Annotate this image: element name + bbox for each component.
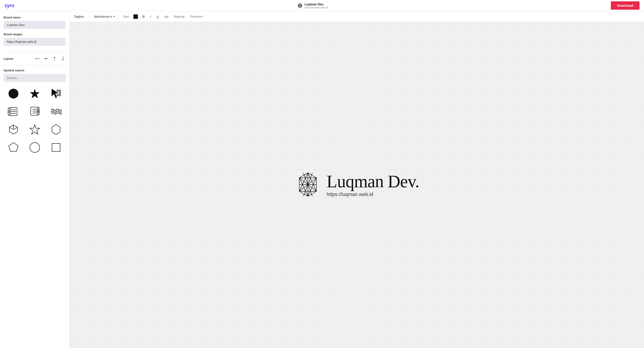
layout-center-icon[interactable] xyxy=(43,56,49,61)
layout-row: Layout xyxy=(4,56,66,61)
sidebar: Brand name Brand slogan Layout xyxy=(0,11,70,348)
download-button[interactable]: Download xyxy=(611,1,640,10)
main-layout: Brand name Brand slogan Layout xyxy=(0,11,644,348)
symbol-search-input[interactable] xyxy=(4,74,66,82)
italic-button[interactable]: I xyxy=(149,14,152,19)
svg-line-46 xyxy=(308,173,316,191)
font-select-wrapper: Montserrat ▾ xyxy=(93,15,115,19)
svg-point-15 xyxy=(62,59,64,60)
svg-line-47 xyxy=(299,173,308,191)
center-brand-name: Luqman Dev. xyxy=(304,3,328,6)
brand-slogan-label: Brand slogan xyxy=(4,33,66,36)
symbols-grid xyxy=(4,86,66,155)
bold-button[interactable]: B xyxy=(142,14,146,19)
svg-marker-17 xyxy=(30,89,40,98)
canvas-wrapper: Tagline Montserrat ▾ Size B I U Aa Spaci… xyxy=(70,11,644,348)
center-brand-slogan: https://luqman.web.id xyxy=(304,6,328,9)
symbol-scroll-list-2[interactable] xyxy=(25,103,44,120)
sidebar-divider-1 xyxy=(4,52,66,52)
layout-left-icon[interactable] xyxy=(35,56,40,61)
svg-line-38 xyxy=(14,127,18,129)
svg-rect-21 xyxy=(59,92,60,94)
svg-line-54 xyxy=(308,178,316,196)
symbol-pentagon-outline[interactable] xyxy=(4,139,23,155)
svg-point-7 xyxy=(36,58,37,59)
layout-icons xyxy=(35,56,66,61)
canvas-area[interactable]: Luqman Dev. https://luqman.web.id xyxy=(70,22,644,348)
svg-point-43 xyxy=(30,142,40,152)
toolbar-sep-1 xyxy=(89,14,90,19)
svg-rect-19 xyxy=(57,90,58,91)
symbol-cursor-tool[interactable] xyxy=(46,86,66,102)
layout-label: Layout xyxy=(4,57,13,60)
preview-slogan: https://luqman.web.id xyxy=(327,192,419,197)
layout-bottom-icon[interactable] xyxy=(60,56,66,61)
center-logo-area: Luqman Dev. https://luqman.web.id xyxy=(297,3,328,9)
color-swatch[interactable] xyxy=(134,14,138,19)
svg-line-53 xyxy=(299,178,308,196)
svg-marker-40 xyxy=(30,125,40,134)
svg-rect-44 xyxy=(52,143,60,151)
symbol-cube[interactable] xyxy=(4,121,23,138)
top-nav: zyro Luqman Dev. https://luqman.web.id D… xyxy=(0,0,644,11)
preview-brand-name: Luqman Dev. xyxy=(327,173,419,190)
brand-slogan-input[interactable] xyxy=(4,38,66,46)
symbol-hexagon-outline[interactable] xyxy=(46,121,66,138)
sidebar-divider-2 xyxy=(4,65,66,65)
svg-rect-22 xyxy=(59,95,60,96)
size-label: Size xyxy=(122,14,130,19)
app-logo: zyro xyxy=(4,3,14,9)
layout-top-icon[interactable] xyxy=(52,56,57,61)
symbol-scroll-list-1[interactable] xyxy=(4,103,23,120)
symbol-star-filled[interactable] xyxy=(25,86,44,102)
spacing-button[interactable]: Spacing xyxy=(173,14,185,19)
logo-preview: Luqman Dev. https://luqman.web.id xyxy=(294,171,419,199)
symbol-search-label: Symbol search xyxy=(4,69,66,72)
svg-rect-20 xyxy=(59,90,60,91)
toolbar: Tagline Montserrat ▾ Size B I U Aa Spaci… xyxy=(70,11,644,22)
svg-marker-41 xyxy=(52,125,60,134)
aa-button[interactable]: Aa xyxy=(164,14,169,19)
svg-line-39 xyxy=(10,127,14,129)
symbol-square-outline[interactable] xyxy=(46,139,66,155)
svg-point-10 xyxy=(45,58,47,59)
symbol-waves[interactable] xyxy=(46,103,66,120)
font-chevron-icon: ▾ xyxy=(114,15,115,18)
svg-point-12 xyxy=(54,57,55,58)
svg-point-16 xyxy=(8,89,18,99)
symbol-circle-outline[interactable] xyxy=(25,139,44,155)
brand-name-label: Brand name xyxy=(4,16,66,19)
underline-button[interactable]: U xyxy=(156,14,160,19)
brand-name-input[interactable] xyxy=(4,21,66,29)
preview-icon xyxy=(294,171,321,199)
tagline-label: Tagline xyxy=(74,15,84,19)
center-logo-icon xyxy=(297,3,303,8)
svg-marker-42 xyxy=(9,142,18,151)
font-select[interactable]: Montserrat xyxy=(93,15,112,19)
symbol-circle-filled[interactable] xyxy=(4,86,23,102)
preview-text: Luqman Dev. https://luqman.web.id xyxy=(327,173,419,197)
symbol-star-outline[interactable] xyxy=(25,121,44,138)
svg-rect-23 xyxy=(57,95,58,96)
transform-button[interactable]: Transform xyxy=(189,14,204,19)
